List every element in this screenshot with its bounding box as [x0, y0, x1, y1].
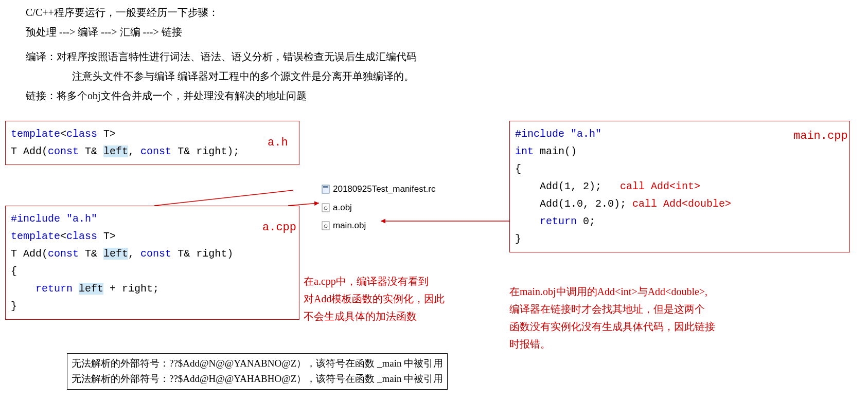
linker-error-line: 无法解析的外部符号：??$Add@H@@YAHABHO@Z），该符号在函数 _m… — [72, 371, 443, 387]
obj-file-list: 20180925Test_manifest.rc a.obj main.obj — [322, 180, 435, 235]
arrow-acpp-to-aobj-stem — [154, 190, 293, 206]
intro-line: 注意头文件不参与编译 编译器对工程中的多个源文件是分离开单独编译的。 — [72, 66, 847, 86]
note-main-obj: 在main.obj中调用的Add<int>与Add<double>, 编译器在链… — [509, 283, 715, 353]
resource-file-icon — [322, 185, 330, 194]
intro-line: 链接：将多个obj文件合并成一个，并处理没有解决的地址问题 — [26, 86, 847, 105]
note-a-cpp: 在a.cpp中，编译器没有看到 对Add模板函数的实例化，因此 不会生成具体的加… — [304, 272, 445, 325]
intro-line: 编译：对程序按照语言特性进行词法、语法、语义分析，错误检查无误后生成汇编代码 — [26, 47, 847, 66]
label-a-h: a.h — [268, 136, 288, 149]
label-a-cpp: a.cpp — [262, 221, 296, 234]
code-box-a-h: template<class T> T Add(const T& left, c… — [5, 121, 299, 165]
svg-rect-4 — [322, 222, 329, 230]
intro-line: 预处理 ---> 编译 ---> 汇编 ---> 链接 — [26, 22, 847, 42]
code-main-cpp: #include "a.h" int main() { Add(1, 2); c… — [515, 125, 844, 248]
intro-block: C/C++程序要运行，一般要经历一下步骤： 预处理 ---> 编译 ---> 汇… — [26, 3, 847, 105]
file-item: 20180925Test_manifest.rc — [322, 180, 435, 198]
code-box-a-cpp: #include "a.h" template<class T> T Add(c… — [5, 206, 299, 320]
file-item: a.obj — [322, 198, 435, 217]
obj-file-icon — [322, 203, 330, 212]
file-item: main.obj — [322, 216, 435, 235]
linker-error-box: 无法解析的外部符号：??$Add@N@@YANABNO@Z），该符号在函数 _m… — [67, 353, 448, 390]
svg-rect-1 — [323, 186, 328, 188]
code-a-cpp: #include "a.h" template<class T> T Add(c… — [11, 210, 294, 315]
label-main-cpp: main.cpp — [793, 130, 848, 142]
file-name: a.obj — [333, 198, 352, 217]
intro-line: C/C++程序要运行，一般要经历一下步骤： — [26, 3, 847, 22]
linker-error-line: 无法解析的外部符号：??$Add@N@@YANABNO@Z），该符号在函数 _m… — [72, 356, 443, 371]
file-name: main.obj — [333, 216, 366, 235]
file-name: 20180925Test_manifest.rc — [333, 180, 435, 198]
obj-file-icon — [322, 221, 330, 230]
svg-rect-2 — [322, 204, 329, 212]
code-a-h: template<class T> T Add(const T& left, c… — [11, 125, 294, 160]
